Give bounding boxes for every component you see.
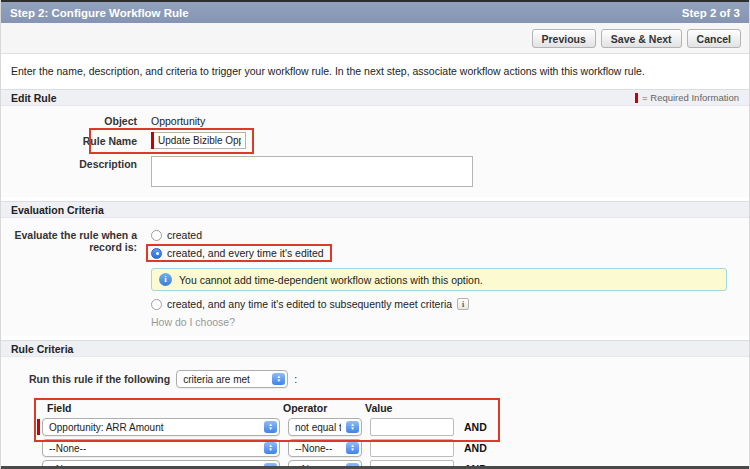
select-stepper-icon: ▲▼ <box>264 442 277 454</box>
field-select-1[interactable]: Opportunity: ARR Amount ▲▼ <box>42 418 280 436</box>
section-title: Rule Criteria <box>11 343 73 355</box>
save-next-button-top[interactable]: Save & Next <box>601 29 682 48</box>
radio-option-subsequently-meet[interactable]: created, and any time it's edited to sub… <box>151 298 469 310</box>
evaluate-rule-label: Evaluate the rule when a record is: <box>11 227 151 253</box>
step-indicator: Step 2 of 3 <box>682 7 740 19</box>
evaluation-criteria-section: Evaluation Criteria Evaluate the rule wh… <box>1 201 749 336</box>
edit-rule-section: Edit Rule = Required Information Object … <box>1 89 749 197</box>
intro-text: Enter the name, description, and criteri… <box>1 54 749 89</box>
description-row: Description <box>11 156 739 187</box>
select-stepper-icon: ▲▼ <box>272 373 285 385</box>
object-row: Object Opportunity <box>11 113 739 127</box>
criteria-row-2: --None-- ▲▼ --None-- ▲▼ AND <box>37 439 517 457</box>
radio-option-created-every-edit[interactable]: created, and every time it's edited <box>146 244 332 262</box>
required-information-legend: = Required Information <box>635 92 739 103</box>
run-rule-suffix: : <box>294 373 297 385</box>
page-title: Step 2: Configure Workflow Rule <box>10 7 189 19</box>
radio-subsequently-meet[interactable] <box>151 299 162 310</box>
required-indicator-icon <box>37 419 40 435</box>
criteria-column-headers: Field Operator Value <box>37 402 517 414</box>
object-value: Opportunity <box>151 113 205 127</box>
top-toolbar: Previous Save & Next Cancel <box>1 23 749 54</box>
how-do-i-choose-link[interactable]: How do I choose? <box>151 316 235 328</box>
criteria-mode-select[interactable]: criteria are met ▲▼ <box>176 370 288 388</box>
time-dependent-warning-box: i You cannot add time-dependent workflow… <box>151 268 727 291</box>
operator-column-header: Operator <box>283 402 365 414</box>
field-select-2[interactable]: --None-- ▲▼ <box>42 439 280 457</box>
rule-criteria-body: Run this rule if the following criteria … <box>1 357 749 469</box>
edit-rule-section-header: Edit Rule = Required Information <box>1 89 749 106</box>
rule-name-label: Rule Name <box>11 132 151 147</box>
connector-label: AND <box>464 421 494 433</box>
radio-created-label: created <box>167 229 202 241</box>
run-rule-row: Run this rule if the following criteria … <box>29 370 739 388</box>
field-column-header: Field <box>37 402 283 414</box>
value-input-2[interactable] <box>370 439 454 457</box>
previous-button-top[interactable]: Previous <box>532 29 596 48</box>
value-input-1[interactable] <box>370 418 454 436</box>
radio-created[interactable] <box>151 230 162 241</box>
value-column-header: Value <box>365 402 455 414</box>
connector-label: AND <box>464 442 494 454</box>
cancel-button-top[interactable]: Cancel <box>687 29 741 48</box>
section-title: Evaluation Criteria <box>11 204 104 216</box>
select-stepper-icon: ▲▼ <box>346 442 359 454</box>
required-indicator-icon <box>635 93 638 103</box>
description-label: Description <box>11 156 151 170</box>
select-stepper-icon: ▲▼ <box>346 421 359 433</box>
evaluation-criteria-body: Evaluate the rule when a record is: crea… <box>1 218 749 336</box>
warning-text: You cannot add time-dependent workflow a… <box>179 274 483 286</box>
run-rule-label: Run this rule if the following <box>29 373 170 385</box>
rule-criteria-section-header: Rule Criteria <box>1 340 749 357</box>
rule-criteria-section: Rule Criteria Run this rule if the follo… <box>1 340 749 469</box>
info-icon-small[interactable]: i <box>457 298 469 310</box>
edit-rule-body: Object Opportunity Rule Name Description <box>1 106 749 197</box>
workflow-rule-setup-page: Step 2: Configure Workflow Rule Step 2 o… <box>0 0 750 469</box>
description-textarea[interactable] <box>151 156 473 187</box>
page-header: Step 2: Configure Workflow Rule Step 2 o… <box>1 2 749 23</box>
radio-created-every-edit[interactable] <box>151 248 162 259</box>
criteria-table: Field Operator Value Opportunity: ARR Am… <box>37 402 517 469</box>
select-stepper-icon: ▲▼ <box>264 421 277 433</box>
object-label: Object <box>11 113 151 127</box>
radio-subsequently-meet-label: created, and any time it's edited to sub… <box>167 298 452 310</box>
radio-option-created[interactable]: created <box>151 229 202 241</box>
evaluation-criteria-section-header: Evaluation Criteria <box>1 201 749 218</box>
operator-select-2[interactable]: --None-- ▲▼ <box>288 439 362 457</box>
operator-select-1[interactable]: not equal to ▲▼ <box>288 418 362 436</box>
rule-name-row: Rule Name <box>11 132 739 149</box>
radio-created-every-edit-label: created, and every time it's edited <box>167 247 324 259</box>
info-icon: i <box>159 273 172 286</box>
criteria-row-1: Opportunity: ARR Amount ▲▼ not equal to … <box>37 418 517 436</box>
rule-name-input[interactable] <box>154 132 246 149</box>
section-title: Edit Rule <box>11 92 57 104</box>
